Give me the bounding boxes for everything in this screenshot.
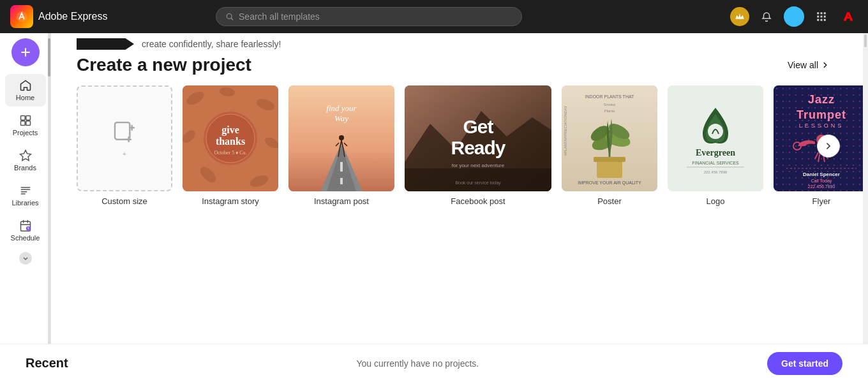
svg-text:Book our service today: Book our service today xyxy=(455,180,501,186)
svg-rect-5 xyxy=(817,16,819,18)
custom-size-icon xyxy=(112,119,137,145)
template-poster-label: Poster xyxy=(597,196,622,206)
arrow-banner: create confidently, share fearlessly! xyxy=(77,33,830,52)
facebook-post-svg: Get Ready for your next adventure Book o… xyxy=(405,85,551,191)
instagram-story-thumb: give thanks October 5 ♦ Co. xyxy=(183,85,278,191)
svg-rect-7 xyxy=(824,16,826,18)
content-area: create confidently, share fearlessly! Cr… xyxy=(51,33,863,344)
sidebar-projects-label: Projects xyxy=(13,129,38,136)
svg-rect-17 xyxy=(115,122,130,140)
logo-thumb: Evergreen FINANCIAL SERVICES 222.456.789… xyxy=(668,85,763,191)
svg-text:222.456.7890: 222.456.7890 xyxy=(704,170,728,174)
logo: Adobe Express xyxy=(10,5,108,28)
recent-title: Recent xyxy=(26,356,68,371)
template-logo-label: Logo xyxy=(707,196,725,206)
main-layout: Home Projects Brands Libraries xyxy=(0,33,868,344)
template-logo[interactable]: Evergreen FINANCIAL SERVICES 222.456.789… xyxy=(668,85,763,206)
sidebar-scroll-down[interactable] xyxy=(19,252,32,265)
svg-rect-10 xyxy=(824,19,826,21)
sidebar-brands-label: Brands xyxy=(14,164,36,172)
apps-grid-icon[interactable] xyxy=(812,7,831,26)
svg-rect-4 xyxy=(824,12,826,14)
svg-rect-32 xyxy=(340,162,343,172)
facebook-post-thumb: Get Ready for your next adventure Book o… xyxy=(405,85,551,191)
template-poster[interactable]: INDOOR PLANTS THAT Smoke Plants IMPROVE … xyxy=(562,85,657,206)
search-bar[interactable] xyxy=(216,7,522,26)
svg-text:Daniel Spencer: Daniel Spencer xyxy=(803,172,840,177)
template-custom-size[interactable]: + Custom size xyxy=(77,85,172,206)
svg-text:FINANCIAL SERVICES: FINANCIAL SERVICES xyxy=(692,161,739,165)
instagram-post-thumb: find your Way xyxy=(288,85,394,191)
bell-svg xyxy=(761,11,772,22)
section-title: Create a new project xyxy=(77,55,251,75)
topbar-actions xyxy=(730,6,858,27)
sidebar-scrollbar xyxy=(48,33,50,344)
sidebar-scrollbar-thumb xyxy=(48,38,50,77)
svg-text:October 5 ♦ Co.: October 5 ♦ Co. xyxy=(214,150,246,156)
template-facebook-post[interactable]: Get Ready for your next adventure Book o… xyxy=(405,85,551,206)
view-all-link[interactable]: View all xyxy=(788,60,830,70)
brands-icon xyxy=(19,149,32,162)
template-instagram-post[interactable]: find your Way Instagram post xyxy=(288,85,394,206)
svg-text:for your next adventure: for your next adventure xyxy=(452,163,505,168)
arrow-shape xyxy=(77,38,134,50)
svg-point-34 xyxy=(339,135,344,140)
crown-icon[interactable] xyxy=(730,7,749,26)
get-started-button[interactable]: Get started xyxy=(767,352,842,375)
svg-text:Plants: Plants xyxy=(604,109,615,113)
sidebar-item-projects[interactable]: Projects xyxy=(5,109,46,142)
scroll-up-button[interactable] xyxy=(864,34,867,47)
sidebar-home-label: Home xyxy=(16,94,34,101)
grid-svg xyxy=(816,11,827,22)
instagram-story-svg: give thanks October 5 ♦ Co. xyxy=(183,85,278,191)
chevron-right-icon xyxy=(823,141,834,151)
sidebar-item-libraries[interactable]: Libraries xyxy=(5,179,46,212)
recent-empty-text: You currently have no projects. xyxy=(357,358,479,369)
svg-rect-14 xyxy=(26,121,30,126)
svg-rect-33 xyxy=(340,178,343,184)
sidebar-item-home[interactable]: Home xyxy=(5,74,46,107)
search-input[interactable] xyxy=(239,11,513,22)
crown-svg xyxy=(734,11,745,22)
template-instagram-story[interactable]: give thanks October 5 ♦ Co. Instagram st… xyxy=(183,85,278,206)
svg-text:thanks: thanks xyxy=(216,136,245,147)
templates-row: + Custom size xyxy=(77,85,830,206)
svg-text:find your: find your xyxy=(326,103,357,113)
sidebar-item-schedule[interactable]: Schedule xyxy=(5,214,46,247)
svg-rect-11 xyxy=(20,116,25,121)
svg-rect-3 xyxy=(820,12,822,14)
notification-icon[interactable] xyxy=(757,7,776,26)
template-facebook-post-label: Facebook post xyxy=(451,196,505,206)
recent-bar: Recent You currently have no projects. G… xyxy=(0,344,868,382)
adobe-icon[interactable] xyxy=(839,7,858,26)
svg-rect-9 xyxy=(820,19,822,21)
template-custom-label: Custom size xyxy=(101,196,147,206)
app-title: Adobe Express xyxy=(38,11,108,22)
chevron-down-icon xyxy=(22,255,29,261)
template-instagram-post-label: Instagram post xyxy=(314,196,369,206)
user-avatar[interactable] xyxy=(784,6,804,27)
svg-rect-13 xyxy=(20,121,25,126)
adobe-express-icon xyxy=(15,10,29,24)
topbar: Adobe Express xyxy=(0,0,868,33)
template-instagram-story-label: Instagram story xyxy=(202,196,259,206)
svg-rect-6 xyxy=(820,16,822,18)
svg-text:Jazz: Jazz xyxy=(808,93,835,106)
svg-rect-38 xyxy=(405,168,551,191)
banner-text: create confidently, share fearlessly! xyxy=(142,39,281,49)
svg-rect-8 xyxy=(817,19,819,21)
svg-text:Ready: Ready xyxy=(451,137,505,158)
logo-svg: Evergreen FINANCIAL SERVICES 222.456.789… xyxy=(668,85,763,191)
projects-icon xyxy=(19,114,32,127)
svg-text:222.456.7890: 222.456.7890 xyxy=(808,184,835,189)
custom-size-plus: + xyxy=(123,150,126,158)
svg-rect-45 xyxy=(594,157,625,162)
add-button[interactable] xyxy=(11,38,40,66)
flyer-svg: Jazz Trumpet LESSONS Da xyxy=(774,85,863,191)
carousel-next-button[interactable] xyxy=(817,135,840,158)
view-all-text: View all xyxy=(788,60,818,70)
sidebar-item-brands[interactable]: Brands xyxy=(5,144,46,177)
svg-text:Evergreen: Evergreen xyxy=(696,148,735,158)
svg-text:LESSONS: LESSONS xyxy=(799,122,844,129)
svg-text:give: give xyxy=(221,124,239,136)
